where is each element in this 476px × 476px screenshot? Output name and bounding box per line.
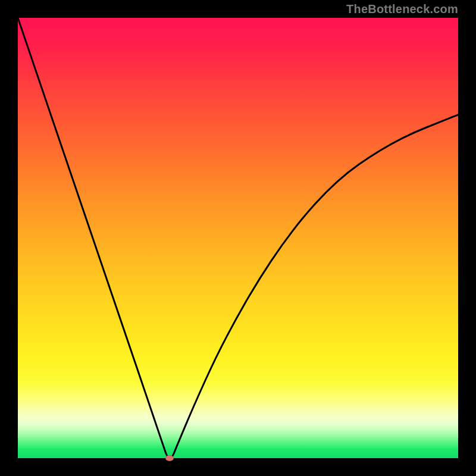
watermark-text: TheBottleneck.com bbox=[346, 2, 458, 16]
bottleneck-curve-path bbox=[18, 18, 458, 458]
chart-frame: TheBottleneck.com bbox=[0, 0, 476, 476]
plot-area bbox=[18, 18, 458, 458]
minimum-marker bbox=[165, 455, 174, 461]
chart-svg bbox=[18, 18, 458, 458]
